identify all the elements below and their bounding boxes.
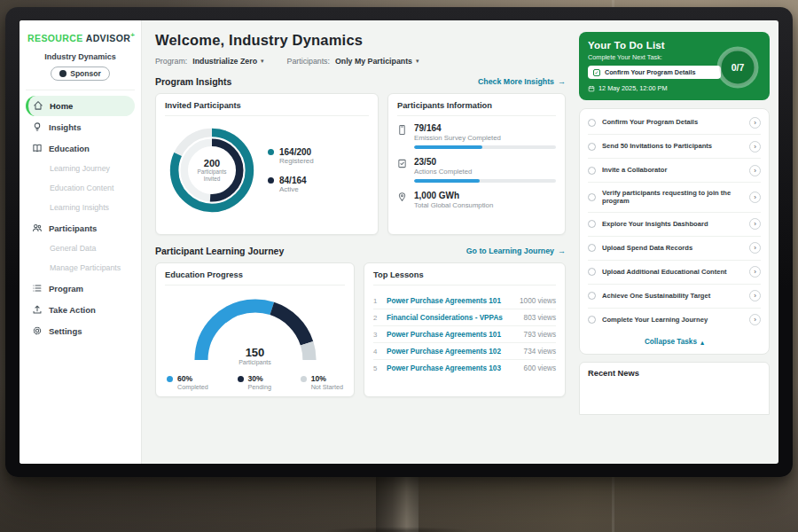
chevron-right-icon[interactable]: › — [749, 242, 761, 254]
collapse-label: Collapse Tasks — [645, 338, 697, 346]
legend-dot-icon — [268, 149, 274, 155]
lesson-views: 734 views — [524, 348, 556, 356]
task-checkbox[interactable] — [588, 167, 596, 175]
top-lessons-card: Top Lessons 1 Power Purchase Agreements … — [364, 262, 566, 397]
chevron-right-icon[interactable]: › — [749, 165, 761, 176]
legend-value: 10% — [311, 374, 343, 383]
sidebar-item-take-action[interactable]: Take Action — [26, 300, 135, 320]
chevron-right-icon[interactable]: › — [749, 266, 761, 278]
sidebar-item-education-content[interactable]: Education Content — [26, 179, 135, 198]
gear-icon — [32, 325, 43, 336]
metric-body: 1,000 GWh Total Global Consumption — [414, 191, 556, 209]
todo-progress-value: 0/7 — [715, 44, 761, 90]
go-to-learning-journey-link[interactable]: Go to Learning Journey → — [466, 246, 566, 255]
task-label: Explore Your Insights Dashboard — [602, 220, 743, 229]
chevron-right-icon[interactable]: › — [749, 218, 761, 230]
task-checkbox[interactable] — [588, 292, 596, 300]
list-icon — [32, 283, 43, 293]
task-row[interactable]: Send 50 Invitations to Participants › — [588, 135, 761, 159]
task-list: Confirm Your Program Details › Send 50 I… — [579, 108, 770, 355]
task-label: Complete Your Learning Journey — [602, 316, 743, 325]
sidebar-nav: Home Insights Education Learning Journey… — [26, 90, 135, 341]
link-label: Go to Learning Journey — [466, 246, 554, 255]
chevron-right-icon[interactable]: › — [749, 117, 761, 129]
checkbox-icon[interactable]: ✓ — [593, 69, 600, 76]
task-row[interactable]: Confirm Your Program Details › — [588, 111, 761, 135]
task-row[interactable]: Upload Spend Data Records › — [588, 237, 761, 261]
sponsor-icon — [59, 70, 66, 77]
task-row[interactable]: Complete Your Learning Journey › — [588, 309, 761, 332]
task-row[interactable]: Verify participants requesting to join t… — [588, 183, 761, 213]
learning-journey-header: Participant Learning Journey Go to Learn… — [155, 246, 566, 256]
check-more-insights-link[interactable]: Check More Insights → — [478, 77, 566, 86]
sidebar-item-education[interactable]: Education — [26, 138, 135, 159]
journey-cards-row: Education Progress 150 Participants — [155, 262, 566, 397]
card-title: Top Lessons — [373, 270, 556, 286]
lesson-link[interactable]: Power Purchase Agreements 101 — [387, 297, 513, 305]
legend-dot-icon — [301, 376, 307, 382]
task-checkbox[interactable] — [588, 316, 596, 324]
app-logo: RESOURCE ADVISOR+ — [26, 29, 135, 51]
chevron-right-icon[interactable]: › — [749, 290, 761, 301]
sidebar-item-label: Education Content — [50, 184, 113, 192]
brand-secondary: ADVISOR — [86, 33, 131, 43]
task-checkbox[interactable] — [588, 220, 596, 228]
chevron-right-icon[interactable]: › — [749, 314, 761, 325]
sponsor-badge[interactable]: Sponsor — [51, 66, 109, 81]
invited-body: 200 Participants Invited 164/200 Registe… — [165, 123, 369, 217]
lesson-views: 1000 views — [520, 297, 556, 305]
sidebar-item-participants[interactable]: Participants — [26, 218, 135, 239]
task-row[interactable]: Invite a Collaborator › — [588, 159, 761, 183]
sidebar-item-settings[interactable]: Settings — [26, 321, 135, 341]
lesson-link[interactable]: Power Purchase Agreements 101 — [387, 331, 518, 339]
task-label: Verify participants requesting to join t… — [602, 189, 743, 207]
section-title: Participant Learning Journey — [155, 246, 284, 256]
task-row[interactable]: Explore Your Insights Dashboard › — [588, 213, 761, 237]
chevron-right-icon[interactable]: › — [749, 192, 761, 203]
gauge-value: 150 — [189, 346, 322, 359]
legend-item-active: 84/164 Active — [268, 176, 314, 193]
sidebar-item-home[interactable]: Home — [26, 96, 135, 116]
gauge-legend: 60% Completed 30% Pending 10% Not Starte… — [165, 374, 345, 391]
recent-news-title: Recent News — [588, 369, 761, 378]
lesson-link[interactable]: Power Purchase Agreements 103 — [387, 364, 518, 372]
progress-fill — [414, 145, 482, 149]
sidebar-item-insights[interactable]: Insights — [26, 117, 135, 137]
task-checkbox[interactable] — [588, 119, 596, 127]
lesson-rank: 2 — [373, 314, 380, 322]
lesson-rank: 3 — [373, 331, 380, 339]
sidebar-item-learning-insights[interactable]: Learning Insights — [26, 199, 135, 217]
task-checkbox[interactable] — [588, 143, 596, 151]
participants-select-value: Only My Participants — [335, 57, 412, 66]
next-task-pill[interactable]: ✓ Confirm Your Program Details — [588, 66, 721, 79]
task-checkbox[interactable] — [588, 268, 596, 276]
lesson-link[interactable]: Financial Considerations - VPPAs — [387, 314, 518, 322]
upload-icon — [32, 304, 43, 315]
brand-primary: RESOURCE — [27, 33, 83, 43]
legend-label: Pending — [248, 383, 271, 391]
legend-item-completed: 60% Completed — [167, 374, 208, 391]
education-gauge-chart: 150 Participants — [189, 293, 322, 367]
sidebar-item-learning-journey[interactable]: Learning Journey — [26, 160, 135, 178]
program-select[interactable]: Industrialize Zero ▾ — [192, 57, 263, 66]
task-row[interactable]: Upload Additional Educational Content › — [588, 261, 761, 285]
participants-filter-label: Participants: — [287, 57, 330, 66]
monitor-frame: RESOURCE ADVISOR+ Industry Dynamics Spon… — [5, 7, 793, 477]
gauge-center: 150 Participants — [189, 346, 322, 365]
sidebar-item-label: Program — [49, 284, 83, 293]
todo-panel: Your To Do List Complete Your Next Task:… — [573, 20, 778, 464]
arrow-right-icon: → — [558, 77, 566, 86]
lesson-link[interactable]: Power Purchase Agreements 102 — [387, 348, 518, 356]
collapse-tasks-link[interactable]: Collapse Tasks ▴ — [588, 332, 761, 352]
participants-select[interactable]: Only My Participants ▾ — [335, 57, 419, 66]
sidebar-item-general-data[interactable]: General Data — [26, 239, 135, 258]
task-checkbox[interactable] — [588, 244, 596, 252]
sidebar-item-manage-participants[interactable]: Manage Participants — [26, 259, 135, 278]
sidebar-item-program[interactable]: Program — [26, 278, 135, 299]
lesson-views: 803 views — [524, 314, 556, 322]
survey-icon — [397, 123, 408, 149]
task-row[interactable]: Achieve One Sustainability Target › — [588, 285, 761, 309]
metric-body: 79/164 Emission Survey Completed — [414, 123, 556, 149]
chevron-right-icon[interactable]: › — [749, 141, 761, 153]
task-checkbox[interactable] — [588, 193, 596, 201]
